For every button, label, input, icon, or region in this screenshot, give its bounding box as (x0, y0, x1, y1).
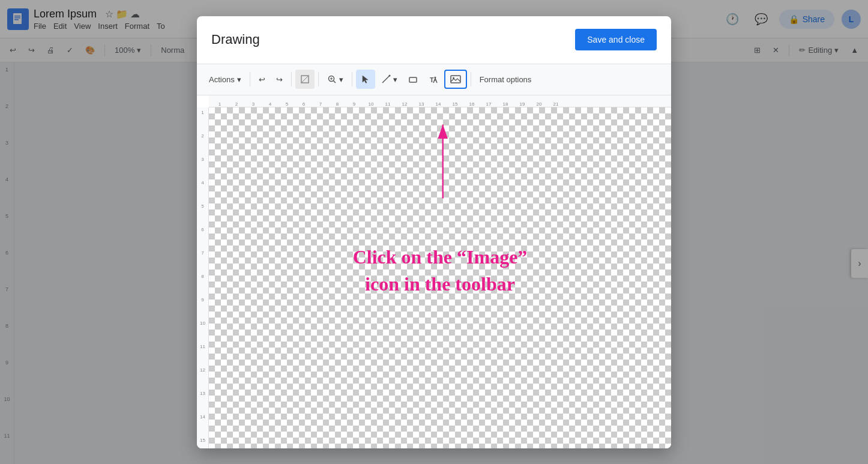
vertical-ruler: 1 2 3 4 5 6 7 8 9 10 11 12 13 14 15 (197, 107, 209, 448)
color-select-icon (300, 74, 310, 84)
zoom-icon (327, 74, 337, 84)
drawing-dialog: Drawing Save and close Actions ▾ ↩ ↪ (197, 16, 671, 448)
modal-overlay: Drawing Save and close Actions ▾ ↩ ↪ (0, 0, 868, 464)
line-icon (381, 74, 391, 84)
toolbar-separator (250, 72, 250, 86)
save-close-button[interactable]: Save and close (575, 29, 657, 50)
svg-rect-17 (451, 76, 460, 83)
select-button[interactable] (295, 70, 315, 89)
drawing-canvas-area[interactable]: 1 2 3 4 5 6 7 8 9 10 11 12 13 14 15 16 1 (197, 95, 671, 448)
annotation-arrow-svg (209, 107, 671, 448)
zoom-chevron: ▾ (339, 75, 343, 84)
line-chevron: ▾ (393, 75, 397, 84)
svg-line-5 (301, 76, 309, 83)
toolbar-separator-3 (318, 72, 319, 86)
shape-tool-button[interactable] (403, 70, 423, 89)
svg-rect-12 (409, 77, 417, 82)
drawing-toolbar: Actions ▾ ↩ ↪ (197, 64, 671, 95)
toolbar-separator-2 (291, 72, 292, 86)
annotation-text: Click on the “Image” icon in the toolbar (353, 244, 528, 298)
line-tool-button[interactable]: ▾ (376, 70, 402, 89)
drawing-canvas[interactable]: Click on the “Image” icon in the toolbar (209, 107, 671, 448)
shape-icon (408, 74, 418, 84)
dialog-title: Drawing (211, 32, 575, 47)
svg-line-7 (333, 81, 336, 83)
annotation-line2: icon in the toolbar (353, 271, 528, 298)
dialog-header: Drawing Save and close (197, 16, 671, 64)
draw-redo-button[interactable]: ↪ (271, 70, 288, 89)
toolbar-separator-5 (471, 72, 471, 86)
svg-line-10 (382, 76, 390, 83)
zoom-button[interactable]: ▾ (322, 70, 348, 89)
image-icon (450, 74, 461, 85)
wordart-tool-button[interactable]: T (424, 70, 443, 89)
format-options-label[interactable]: Format options (475, 75, 537, 84)
actions-label: Actions (209, 75, 235, 84)
draw-undo-button[interactable]: ↩ (254, 70, 270, 89)
image-tool-button[interactable] (444, 70, 467, 89)
annotation-line1: Click on the “Image” (353, 244, 528, 271)
wordart-icon: T (429, 74, 438, 84)
cursor-icon (361, 74, 370, 84)
actions-chevron: ▾ (237, 75, 241, 84)
actions-button[interactable]: Actions ▾ (204, 70, 246, 89)
toolbar-separator-4 (352, 72, 352, 86)
cursor-tool-button[interactable] (356, 70, 375, 89)
horizontal-ruler: 1 2 3 4 5 6 7 8 9 10 11 12 13 14 15 16 1 (209, 95, 671, 107)
svg-point-11 (388, 75, 390, 77)
